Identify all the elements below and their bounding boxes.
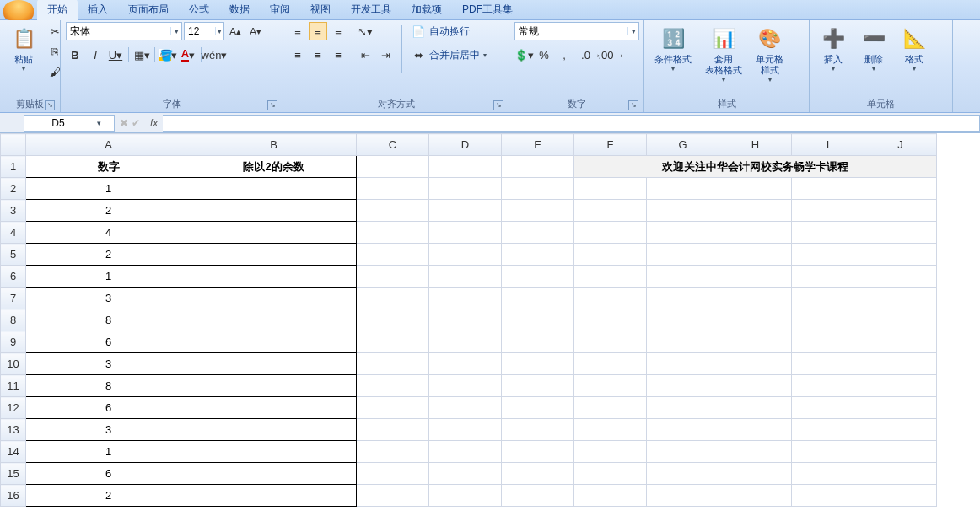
insert-cells-button[interactable]: ➕插入▾ <box>815 22 852 76</box>
cell-G16[interactable] <box>647 485 719 507</box>
cell-D14[interactable] <box>429 441 502 463</box>
cell-C9[interactable] <box>357 331 429 353</box>
cancel-formula-button[interactable]: ✖ <box>120 117 128 129</box>
grow-font-button[interactable]: A▴ <box>226 22 245 40</box>
dialog-launcher-icon[interactable]: ↘ <box>45 100 55 110</box>
cell-J4[interactable] <box>864 222 937 244</box>
cell-D6[interactable] <box>429 266 502 288</box>
cell-H13[interactable] <box>719 419 792 441</box>
cell-J2[interactable] <box>864 178 937 200</box>
cell-E16[interactable] <box>502 485 574 507</box>
cell-C3[interactable] <box>357 200 429 222</box>
cell-A2[interactable]: 1 <box>26 178 191 200</box>
cell-A7[interactable]: 3 <box>26 288 191 309</box>
cell-E10[interactable] <box>502 353 574 375</box>
cell-E3[interactable] <box>502 200 574 222</box>
cell-H8[interactable] <box>719 309 792 331</box>
dialog-launcher-icon[interactable]: ↘ <box>493 100 503 110</box>
decrease-indent-button[interactable]: ⇤ <box>356 46 374 64</box>
cell-H16[interactable] <box>719 485 792 507</box>
cell-E11[interactable] <box>502 375 574 397</box>
cell-I5[interactable] <box>792 244 864 266</box>
cell-C4[interactable] <box>357 222 429 244</box>
column-header-J[interactable]: J <box>864 134 937 156</box>
cell-F7[interactable] <box>574 288 647 309</box>
cell-A11[interactable]: 8 <box>26 375 191 397</box>
chevron-down-icon[interactable]: ▾ <box>627 27 638 35</box>
format-as-table-button[interactable]: 📊套用 表格格式▾ <box>700 22 747 87</box>
cell-D2[interactable] <box>429 178 502 200</box>
cell-J10[interactable] <box>864 353 937 375</box>
comma-button[interactable]: , <box>555 46 573 64</box>
cell-F12[interactable] <box>574 397 647 419</box>
row-header-1[interactable]: 1 <box>1 156 26 178</box>
fill-color-button[interactable]: 🪣▾ <box>159 46 177 64</box>
cell-F1[interactable]: 欢迎关注中华会计网校实务畅学卡课程 <box>574 156 937 178</box>
row-header-11[interactable]: 11 <box>1 375 26 397</box>
underline-button[interactable]: U▾ <box>106 46 125 64</box>
name-box-input[interactable] <box>24 117 92 129</box>
cell-I14[interactable] <box>792 441 864 463</box>
cell-G11[interactable] <box>647 375 719 397</box>
tab-2[interactable]: 页面布局 <box>118 0 179 20</box>
cell-B2[interactable] <box>191 178 357 200</box>
shrink-font-button[interactable]: A▾ <box>246 22 265 40</box>
delete-cells-button[interactable]: ➖删除▾ <box>855 22 892 76</box>
cell-D9[interactable] <box>429 331 502 353</box>
cell-H10[interactable] <box>719 353 792 375</box>
paste-button[interactable]: 📋 粘贴 ▾ <box>5 22 42 76</box>
office-button[interactable] <box>3 0 34 20</box>
cell-B1[interactable]: 除以2的余数 <box>191 156 357 178</box>
cell-A3[interactable]: 2 <box>26 200 191 222</box>
name-box[interactable]: ▾ <box>24 115 115 132</box>
cell-F16[interactable] <box>574 485 647 507</box>
cell-C14[interactable] <box>357 441 429 463</box>
cell-F14[interactable] <box>574 441 647 463</box>
cell-F3[interactable] <box>574 200 647 222</box>
row-header-14[interactable]: 14 <box>1 441 26 463</box>
cell-C6[interactable] <box>357 266 429 288</box>
cell-B3[interactable] <box>191 200 357 222</box>
font-color-button[interactable]: A▾ <box>179 46 197 64</box>
cell-H15[interactable] <box>719 463 792 485</box>
cell-J6[interactable] <box>864 266 937 288</box>
increase-indent-button[interactable]: ⇥ <box>376 46 395 64</box>
cell-G9[interactable] <box>647 331 719 353</box>
italic-button[interactable]: I <box>86 46 105 64</box>
cell-E13[interactable] <box>502 419 574 441</box>
cell-G6[interactable] <box>647 266 719 288</box>
cell-J11[interactable] <box>864 375 937 397</box>
cell-D1[interactable] <box>429 156 502 178</box>
cell-H9[interactable] <box>719 331 792 353</box>
row-header-8[interactable]: 8 <box>1 309 26 331</box>
cell-E8[interactable] <box>502 309 574 331</box>
cell-C8[interactable] <box>357 309 429 331</box>
cell-H12[interactable] <box>719 397 792 419</box>
border-button[interactable]: ▦▾ <box>132 46 151 64</box>
column-header-H[interactable]: H <box>719 134 792 156</box>
column-header-D[interactable]: D <box>429 134 502 156</box>
dialog-launcher-icon[interactable]: ↘ <box>628 100 638 110</box>
tab-9[interactable]: PDF工具集 <box>452 0 523 20</box>
cell-D16[interactable] <box>429 485 502 507</box>
cell-A4[interactable]: 4 <box>26 222 191 244</box>
number-format-input[interactable] <box>515 25 627 37</box>
cell-D15[interactable] <box>429 463 502 485</box>
cell-A8[interactable]: 8 <box>26 309 191 331</box>
cell-A6[interactable]: 1 <box>26 266 191 288</box>
cell-styles-button[interactable]: 🎨单元格 样式▾ <box>751 22 789 87</box>
cell-J8[interactable] <box>864 309 937 331</box>
font-size-input[interactable] <box>185 25 215 37</box>
align-bottom-button[interactable]: ≡ <box>329 22 347 40</box>
cell-F6[interactable] <box>574 266 647 288</box>
font-size-combo[interactable]: ▾ <box>184 22 224 40</box>
cell-C16[interactable] <box>357 485 429 507</box>
row-header-7[interactable]: 7 <box>1 288 26 309</box>
cell-A10[interactable]: 3 <box>26 353 191 375</box>
cell-F11[interactable] <box>574 375 647 397</box>
cell-E14[interactable] <box>502 441 574 463</box>
cell-E9[interactable] <box>502 331 574 353</box>
row-header-4[interactable]: 4 <box>1 222 26 244</box>
align-top-button[interactable]: ≡ <box>288 22 307 40</box>
cell-H2[interactable] <box>719 178 792 200</box>
